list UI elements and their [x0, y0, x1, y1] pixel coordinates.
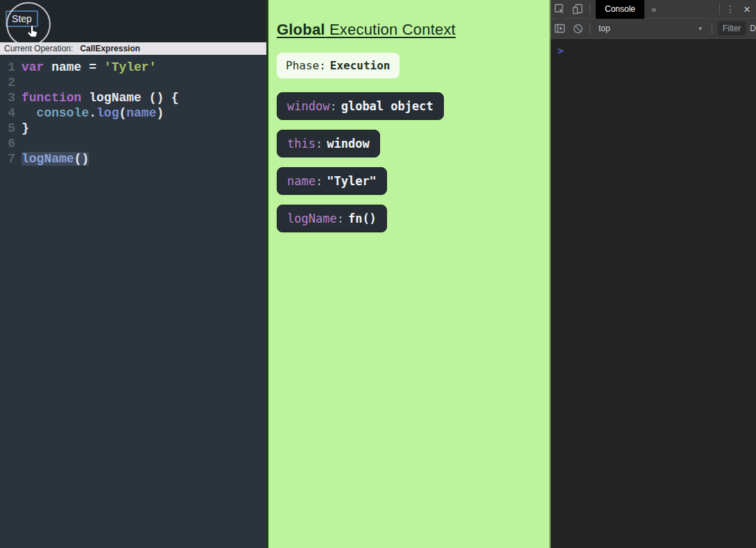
editor-header: Step [0, 0, 266, 42]
variable-value: "Tyler" [327, 174, 377, 188]
code-line-content: logName() [22, 152, 89, 166]
variable-badge: window:global object [277, 92, 444, 120]
variable-key: logName [287, 212, 337, 225]
variable-value: global object [341, 99, 433, 113]
tab-console[interactable]: Console [596, 0, 644, 19]
variable-colon: : [316, 137, 323, 151]
toolbar-divider [712, 23, 712, 34]
clear-console-icon [573, 24, 583, 34]
current-operation-label: Current Operation: [4, 44, 73, 53]
line-number: 3 [6, 90, 15, 105]
code-line-content: } [22, 121, 29, 135]
line-number: 2 [6, 75, 15, 90]
phase-label: Phase: [286, 59, 326, 72]
line-number: 7 [6, 151, 15, 166]
current-operation-bar: Current Operation: CallExpression [0, 42, 266, 55]
context-title-rest: Execution Context [325, 21, 456, 38]
devtools-menu-button[interactable]: ⋮ [723, 3, 738, 15]
context-title-scope: Global [277, 21, 325, 38]
step-button[interactable]: Step [6, 10, 38, 27]
line-number: 4 [6, 105, 15, 121]
variable-key: window [287, 99, 329, 113]
variables-list: window:global objectthis:windowname:"Tyl… [277, 92, 541, 232]
code-line: 1var name = 'Tyler' [6, 60, 266, 75]
devtools-tab-bar: Console » ⋮ × [551, 0, 756, 19]
code-line: 2 [6, 75, 266, 90]
hand-cursor-icon [25, 25, 39, 39]
devtools-close-button[interactable]: × [738, 3, 756, 15]
variable-colon: : [337, 212, 344, 225]
console-sidebar-icon [554, 24, 565, 33]
toolbar-divider [719, 3, 720, 15]
console-prompt-icon[interactable]: > [558, 45, 563, 56]
variable-badge: name:"Tyler" [277, 167, 387, 195]
devtools-panel: Console » ⋮ × top ▼ [551, 0, 756, 548]
variable-value: window [327, 137, 369, 151]
code-line-content: function logName () { [22, 91, 179, 105]
device-toolbar-icon [572, 3, 583, 15]
clear-console-button[interactable] [569, 19, 587, 38]
console-toolbar: top ▼ Filter D [551, 19, 756, 39]
console-sidebar-button[interactable] [551, 19, 569, 38]
inspect-element-button[interactable] [551, 0, 569, 18]
more-tabs-button[interactable]: » [644, 4, 663, 15]
code-line: 3function logName () { [6, 90, 266, 105]
console-output-area[interactable]: > [551, 39, 756, 548]
log-levels-dropdown[interactable]: D [750, 24, 756, 33]
phase-value: Execution [330, 59, 390, 72]
variable-colon: : [316, 174, 323, 188]
variable-value: fn() [348, 212, 377, 225]
line-number: 6 [6, 136, 15, 151]
app-window: Step Current Operation: CallExpression 1… [0, 0, 756, 548]
variable-badge: this:window [277, 130, 380, 157]
code-line-content: console.log(name) [22, 106, 164, 120]
line-number: 1 [6, 60, 15, 75]
code-editor-pane: Step Current Operation: CallExpression 1… [0, 0, 266, 548]
variable-colon: : [329, 99, 336, 113]
context-selector-caret-icon[interactable]: ▼ [698, 26, 703, 32]
javascript-context-selector[interactable]: top [599, 24, 610, 33]
context-title: Global Execution Context [277, 21, 541, 39]
code-line: 4 console.log(name) [6, 105, 266, 121]
variable-badge: logName:fn() [277, 205, 387, 232]
execution-context-panel: Global Execution Context Phase:Execution… [266, 0, 551, 548]
code-area[interactable]: 1var name = 'Tyler'23function logName ()… [0, 55, 266, 548]
device-toolbar-button[interactable] [569, 0, 587, 18]
console-filter-input[interactable]: Filter [718, 22, 746, 35]
inspect-element-icon [554, 3, 565, 15]
variable-key: this [287, 137, 316, 151]
toolbar-divider [590, 23, 590, 34]
toolbar-divider [590, 3, 590, 15]
current-operation-value: CallExpression [80, 44, 140, 53]
code-line-content: var name = 'Tyler' [22, 60, 156, 74]
code-line: 7logName() [6, 151, 266, 166]
code-line: 5} [6, 121, 266, 136]
code-line: 6 [6, 136, 266, 151]
line-number: 5 [6, 121, 15, 136]
phase-badge: Phase:Execution [277, 53, 400, 78]
variable-key: name [287, 174, 316, 188]
